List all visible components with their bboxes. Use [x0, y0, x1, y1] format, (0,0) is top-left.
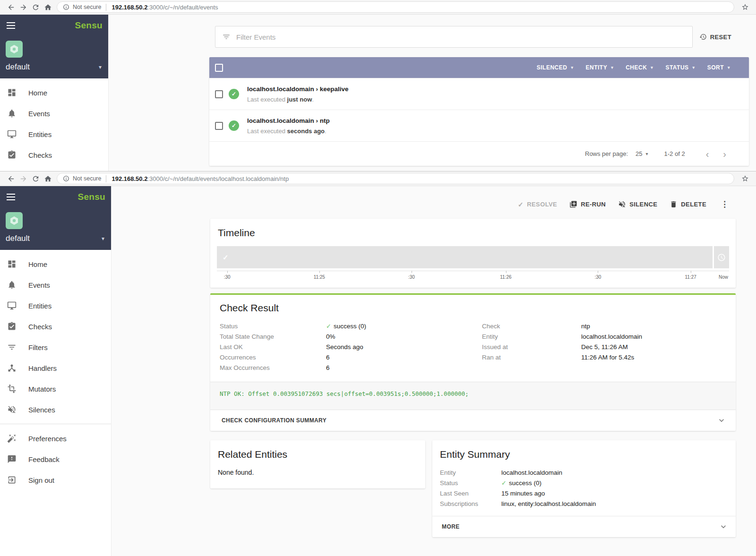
- events-table-header: SILENCED▾ ENTITY▾ CHECK▾ STATUS▾ SORT▾: [209, 57, 749, 78]
- success-status-icon: ✓: [229, 120, 239, 131]
- namespace-selector[interactable]: default ▾: [6, 62, 103, 72]
- timeline-tick: :30: [595, 274, 601, 280]
- resolve-button[interactable]: ✓RESOLVE: [518, 201, 557, 208]
- dashboard-icon: [7, 259, 17, 269]
- row-checkbox[interactable]: [215, 90, 223, 98]
- chevron-down-icon: [717, 416, 726, 425]
- queue-add-icon: [569, 200, 577, 208]
- timeline-tick: 11:27: [685, 274, 696, 280]
- sensu-logo: Sensu: [77, 192, 105, 202]
- filter-input-wrap: [215, 26, 693, 48]
- sidebar-item-sign-out[interactable]: Sign out: [0, 470, 111, 490]
- back-icon[interactable]: [5, 1, 17, 13]
- check-icon: ✓: [223, 253, 229, 262]
- home-icon[interactable]: [42, 1, 54, 13]
- next-page-button[interactable]: ›: [723, 149, 726, 159]
- home-icon[interactable]: [42, 172, 54, 185]
- event-title[interactable]: localhost.localdomain › keepalive: [247, 86, 349, 93]
- entity-summary-more-toggle[interactable]: MORE: [432, 516, 736, 537]
- check-result-right-column: Checkntp Entitylocalhost.localdomain Iss…: [482, 321, 642, 373]
- forward-icon[interactable]: [17, 1, 29, 13]
- silence-button[interactable]: SILENCE: [618, 200, 657, 208]
- check-output: NTP OK: Offset 0.003951072693 secs|offse…: [210, 382, 736, 410]
- sidebar-item-feedback[interactable]: Feedback: [0, 449, 111, 470]
- address-bar[interactable]: Not secure 192.168.50.2:3000/c/~/n/defau…: [57, 1, 734, 13]
- trash-icon: [670, 200, 678, 208]
- more-options-kebab-icon[interactable]: ⋮: [719, 199, 730, 209]
- related-entities-title: Related Entities: [218, 449, 418, 460]
- sidebar-header: Sensu default ▾: [0, 186, 111, 250]
- chevron-down-icon: ▾: [571, 65, 573, 70]
- clock-icon: [717, 253, 726, 262]
- menu-icon[interactable]: [6, 192, 16, 202]
- event-row-keepalive[interactable]: ✓ localhost.localdomain › keepalive Last…: [209, 78, 749, 110]
- reload-icon[interactable]: [29, 172, 42, 185]
- timeline-bar[interactable]: ✓: [217, 246, 729, 268]
- namespace-selector[interactable]: default ▾: [6, 234, 105, 243]
- delete-button[interactable]: DELETE: [670, 200, 706, 208]
- bookmark-star-icon[interactable]: [739, 172, 751, 185]
- reset-icon: [699, 33, 707, 41]
- reload-icon[interactable]: [29, 1, 42, 13]
- mute-icon: [7, 404, 17, 415]
- bell-icon: [7, 108, 17, 119]
- timeline-ok-segment[interactable]: ✓: [217, 246, 713, 268]
- prev-page-button[interactable]: ‹: [706, 149, 709, 159]
- rerun-button[interactable]: RE-RUN: [569, 200, 606, 208]
- sidebar-item-checks[interactable]: Checks: [0, 145, 108, 165]
- entity-summary-card: Entity Summary Entitylocalhost.localdoma…: [432, 440, 736, 537]
- sidebar-nav: Home Events Entities Checks: [0, 78, 108, 165]
- forward-icon[interactable]: [17, 172, 29, 185]
- reset-button[interactable]: RESET: [699, 33, 731, 41]
- namespace-avatar[interactable]: [6, 41, 23, 58]
- bookmark-star-icon[interactable]: [739, 1, 751, 13]
- sidebar-item-events[interactable]: Events: [0, 274, 111, 295]
- chevron-down-icon: ▾: [102, 235, 105, 242]
- url-text: 192.168.50.2:3000/c/~/n/default/events/l…: [112, 175, 289, 182]
- main-content: RESET SILENCED▾ ENTITY▾ CHECK▾ STATUS▾ S…: [109, 15, 756, 171]
- sidebar-item-entities[interactable]: Entities: [0, 295, 111, 316]
- sort-dropdown[interactable]: SORT▾: [707, 64, 730, 71]
- namespace-avatar[interactable]: [6, 212, 23, 229]
- status-filter-dropdown[interactable]: STATUS▾: [665, 64, 695, 71]
- event-title[interactable]: localhost.localdomain › ntp: [247, 117, 330, 124]
- clipboard-check-icon: [7, 150, 17, 160]
- event-subtitle: Last executed just now.: [247, 96, 349, 103]
- namespace-label: default: [6, 234, 30, 243]
- check-result-left-column: Status✓success (0) Total State Change0% …: [220, 321, 482, 373]
- filter-events-input[interactable]: [236, 33, 686, 41]
- timeline-tick: 11:25: [314, 274, 325, 280]
- sidebar-item-silences[interactable]: Silences: [0, 399, 111, 420]
- mute-icon: [618, 200, 626, 208]
- timeline-tick: :30: [224, 274, 231, 280]
- sidebar-item-filters[interactable]: Filters: [0, 337, 111, 358]
- select-all-checkbox[interactable]: [215, 64, 223, 72]
- sidebar-item-checks[interactable]: Checks: [0, 316, 111, 337]
- event-row-ntp[interactable]: ✓ localhost.localdomain › ntp Last execu…: [209, 110, 749, 141]
- row-checkbox[interactable]: [215, 122, 223, 130]
- sidebar-item-entities[interactable]: Entities: [0, 124, 108, 145]
- check-filter-dropdown[interactable]: CHECK▾: [626, 64, 653, 71]
- url-path: :3000/c/~/n/default/events: [147, 4, 218, 11]
- sensu-logo: Sensu: [75, 20, 103, 31]
- info-icon: [63, 4, 69, 10]
- silenced-filter-dropdown[interactable]: SILENCED▾: [537, 64, 574, 71]
- entity-filter-dropdown[interactable]: ENTITY▾: [585, 64, 613, 71]
- address-bar[interactable]: Not secure 192.168.50.2:3000/c/~/n/defau…: [57, 173, 734, 184]
- sidebar-item-home[interactable]: Home: [0, 254, 111, 274]
- menu-icon[interactable]: [6, 20, 16, 31]
- sidebar-item-preferences[interactable]: Preferences: [0, 428, 111, 449]
- clipboard-check-icon: [7, 321, 17, 332]
- rows-per-page-select[interactable]: 25▾: [636, 150, 648, 157]
- sidebar-item-home[interactable]: Home: [0, 82, 108, 103]
- check-configuration-summary-toggle[interactable]: CHECK CONFIGURATION SUMMARY: [210, 410, 736, 431]
- sidebar-item-handlers[interactable]: Handlers: [0, 358, 111, 378]
- sidebar-nav: Home Events Entities Checks Filters Hand…: [0, 250, 111, 490]
- feedback-icon: [7, 454, 17, 464]
- sidebar-item-events[interactable]: Events: [0, 103, 108, 124]
- back-icon[interactable]: [5, 172, 17, 185]
- success-check-icon: ✓: [501, 478, 507, 488]
- timeline-now-segment[interactable]: [714, 246, 729, 268]
- monitor-icon: [7, 300, 17, 311]
- sidebar-item-mutators[interactable]: Mutators: [0, 378, 111, 399]
